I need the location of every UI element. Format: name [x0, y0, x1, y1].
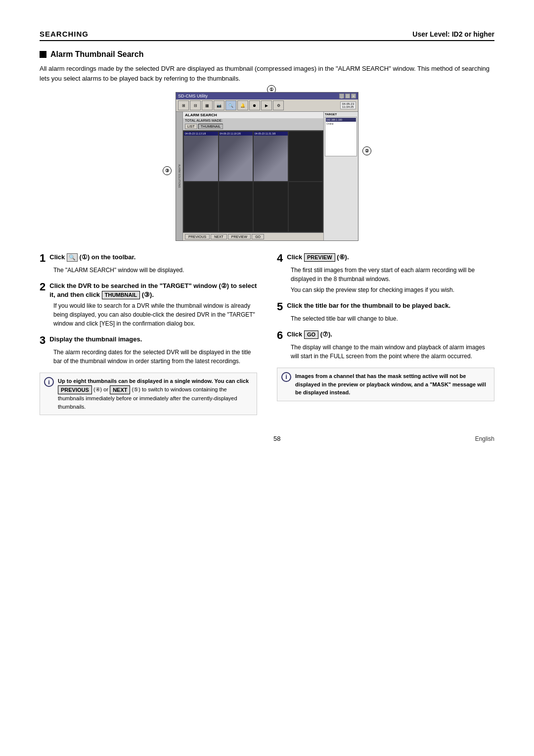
screenshot-box: SD-CMS Utility _ □ × ⊞ ⊟ ▦ 📷 🔍 🔔 ⏺ ▶ ⚙ 0…	[176, 92, 358, 241]
previous-btn[interactable]: PREVIOUS	[185, 234, 210, 239]
thumbnail-1[interactable]: 04-05-23 11:13 1/8	[184, 132, 218, 181]
thumb-title-1: 04-05-23 11:13 1/8	[184, 132, 218, 136]
screenshot-wrapper: ① ② ③ ⑥ ⑦ ④ ⑤ SD-CMS Utility _ □ × ⊞	[176, 92, 358, 241]
ss-buttons-row: LIST THUMBNAIL	[183, 123, 323, 130]
step-2-number: 2	[40, 282, 45, 292]
next-inline-btn: NEXT	[110, 385, 130, 395]
step-4-title: Click PREVIEW (⑥).	[287, 253, 349, 262]
go-inline-btn: GO	[304, 331, 318, 339]
toolbar-btn-1[interactable]: ⊞	[178, 100, 189, 110]
thumbnail-inline-btn: THUMBNAIL	[102, 291, 140, 299]
ss-total-label: TOTAL ALARMS MADE:	[183, 118, 323, 123]
toolbar-btn-search[interactable]: 🔍	[225, 100, 236, 110]
notice-box-left: i Up to eight thumbnails can be displaye…	[40, 373, 257, 415]
toolbar-btn-cam[interactable]: 📷	[214, 100, 224, 110]
ss-right-label: TARGET	[325, 113, 357, 116]
notice-right-text: Images from a channel that has the mask …	[295, 373, 486, 395]
notice-icon-right: i	[281, 372, 291, 382]
ss-main: ALARM SEARCH TOTAL ALARMS MADE: LIST THU…	[183, 112, 323, 240]
step1-icon: 🔍	[67, 253, 78, 262]
header-searching: SEARCHING	[40, 30, 89, 38]
thumbnail-7[interactable]	[254, 182, 288, 232]
previous-inline-btn: PREVIOUS	[58, 385, 92, 395]
step-6: 6 Click GO (⑦). The display will change …	[277, 330, 494, 361]
ss-right-box: 192.168.1.100 Online	[325, 117, 357, 156]
step-4: 4 Click PREVIEW (⑥). The first still ima…	[277, 253, 494, 294]
step-3-body-text: The alarm recording dates for the select…	[53, 348, 257, 366]
toolbar-btn-play[interactable]: ▶	[261, 100, 272, 110]
step-6-title: Click GO (⑦).	[287, 330, 332, 339]
step-2-title: Click the DVR to be searched in the "TAR…	[49, 282, 257, 299]
notice-icon-left: i	[44, 377, 54, 387]
step-5-body: The selected title bar will change to bl…	[291, 314, 494, 323]
step-3: 3 Display the thumbnail images. The alar…	[40, 335, 257, 366]
step1-callout: (①) on the toolbar.	[80, 253, 136, 261]
go-btn[interactable]: GO	[252, 234, 264, 239]
ss-datetime: 04-05-2311:34:25	[340, 101, 356, 109]
section-bullet	[40, 51, 46, 58]
callout-3: ③	[163, 166, 172, 175]
preview-btn[interactable]: PREVIEW	[228, 234, 251, 239]
page-footer: 58 English	[40, 435, 494, 442]
thumbnail-btn[interactable]: THUMBNAIL	[198, 124, 223, 129]
left-column: 1 Click 🔍 (①) on the toolbar. The "ALARM…	[40, 253, 257, 415]
toolbar-btn-settings[interactable]: ⚙	[273, 100, 284, 110]
intro-text: All alarm recordings made by the selecte…	[40, 64, 494, 83]
sidebar-label: ALARM SOLUTIONS	[178, 164, 181, 188]
page-header: SEARCHING User Level: ID2 or higher	[40, 30, 494, 41]
step-2-body: If you would like to search for a DVR wh…	[53, 301, 257, 328]
step-3-header: 3 Display the thumbnail images.	[40, 335, 257, 346]
section-title-text: Alarm Thumbnail Search	[50, 50, 144, 59]
thumbnail-2[interactable]: 04-05-23 11:19 2/8	[219, 132, 253, 181]
next-btn[interactable]: NEXT	[211, 234, 227, 239]
step-5-header: 5 Click the title bar for the thumbnail …	[277, 301, 494, 312]
thumbnail-5[interactable]	[184, 182, 218, 232]
step-4-number: 4	[277, 253, 283, 264]
step-1-body-text: The "ALARM SEARCH" window will be displa…	[53, 266, 257, 275]
ss-titlebar: SD-CMS Utility _ □ ×	[176, 93, 358, 99]
ss-left-sidebar: ALARM SOLUTIONS	[176, 112, 183, 240]
ss-title: SD-CMS Utility	[178, 94, 208, 98]
step-2-header: 2 Click the DVR to be searched in the "T…	[40, 282, 257, 299]
screenshot-container: ① ② ③ ⑥ ⑦ ④ ⑤ SD-CMS Utility _ □ × ⊞	[40, 92, 494, 241]
thumbnail-6[interactable]	[219, 182, 253, 232]
page-number: 58	[273, 435, 280, 442]
content-grid: 1 Click 🔍 (①) on the toolbar. The "ALARM…	[40, 253, 494, 415]
toolbar-btn-3[interactable]: ▦	[202, 100, 213, 110]
callout-2: ②	[362, 146, 371, 155]
step-5-number: 5	[277, 301, 283, 312]
step-3-body: The alarm recording dates for the select…	[53, 348, 257, 366]
preview-inline-btn: PREVIEW	[304, 253, 335, 262]
notice-left-strong: Up to eight thumbnails can be displayed …	[58, 378, 249, 384]
step-5-title: Click the title bar for the thumbnail to…	[287, 301, 450, 310]
minimize-btn[interactable]: _	[339, 94, 344, 98]
step-4-body: The first still images from the very sta…	[291, 266, 494, 294]
close-btn[interactable]: ×	[351, 94, 356, 98]
thumbnail-8[interactable]	[289, 182, 323, 232]
step-4-body-text-2: You can skip the preview step for checki…	[291, 285, 494, 294]
ss-toolbar: ⊞ ⊟ ▦ 📷 🔍 🔔 ⏺ ▶ ⚙ 04-05-2311:34:25	[176, 99, 358, 112]
toolbar-btn-2[interactable]: ⊟	[190, 100, 201, 110]
ss-alarm-search-label: ALARM SEARCH	[183, 112, 323, 118]
step-6-body: The display will change to the main wind…	[291, 343, 494, 361]
page-language: English	[475, 435, 494, 442]
ss-right-panel: TARGET 192.168.1.100 Online	[323, 112, 358, 240]
step-4-header: 4 Click PREVIEW (⑥).	[277, 253, 494, 264]
notice-box-right: i Images from a channel that has the mas…	[277, 368, 494, 401]
toolbar-btn-rec[interactable]: ⏺	[249, 100, 260, 110]
thumbnail-3[interactable]: 04-05-23 11:31 3/8	[254, 132, 288, 181]
toolbar-btn-alarm[interactable]: 🔔	[237, 100, 248, 110]
step-2: 2 Click the DVR to be searched in the "T…	[40, 282, 257, 328]
step-1-header: 1 Click 🔍 (①) on the toolbar.	[40, 253, 257, 264]
step-6-body-text: The display will change to the main wind…	[291, 343, 494, 361]
click-word: Click	[49, 253, 67, 261]
notice-left-text: PREVIOUS (④) or NEXT (⑤) to switch to wi…	[58, 386, 237, 410]
ss-body: ALARM SOLUTIONS ALARM SEARCH TOTAL ALARM…	[176, 112, 358, 240]
ss-bottom-buttons: PREVIOUS NEXT PREVIEW GO	[183, 233, 323, 240]
maximize-btn[interactable]: □	[345, 94, 350, 98]
thumbnail-4[interactable]	[289, 132, 323, 181]
step-4-body-text-1: The first still images from the very sta…	[291, 266, 494, 284]
thumb-title-2: 04-05-23 11:19 2/8	[219, 132, 253, 136]
list-btn[interactable]: LIST	[185, 124, 197, 129]
ss-titlebar-buttons: _ □ ×	[339, 94, 356, 98]
